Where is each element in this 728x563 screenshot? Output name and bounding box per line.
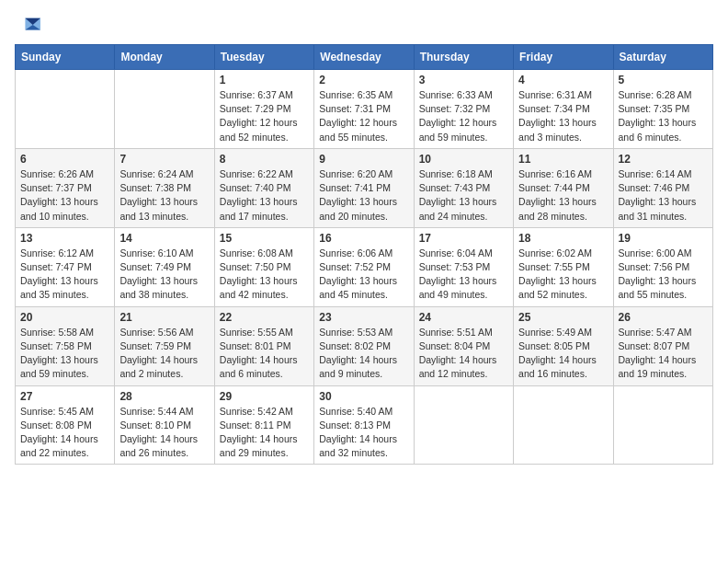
- day-number: 11: [518, 153, 608, 166]
- day-detail: Sunrise: 6:35 AMSunset: 7:31 PMDaylight:…: [319, 88, 408, 144]
- day-number: 9: [319, 153, 408, 166]
- day-detail: Sunrise: 6:20 AMSunset: 7:41 PMDaylight:…: [319, 167, 408, 224]
- day-number: 21: [119, 311, 209, 324]
- calendar-empty-cell: [514, 385, 613, 465]
- calendar-day-cell: 20Sunrise: 5:58 AMSunset: 7:58 PMDayligh…: [16, 306, 115, 385]
- day-number: 18: [518, 232, 608, 245]
- day-detail: Sunrise: 6:04 AMSunset: 7:53 PMDaylight:…: [419, 247, 508, 303]
- day-detail: Sunrise: 6:37 AMSunset: 7:29 PMDaylight:…: [220, 88, 309, 144]
- calendar-day-cell: 2Sunrise: 6:35 AMSunset: 7:31 PMDaylight…: [314, 70, 414, 149]
- calendar-day-cell: 8Sunrise: 6:22 AMSunset: 7:40 PMDaylight…: [214, 148, 313, 227]
- calendar-day-cell: 6Sunrise: 6:26 AMSunset: 7:37 PMDaylight…: [16, 148, 115, 227]
- day-detail: Sunrise: 5:42 AMSunset: 8:11 PMDaylight:…: [220, 405, 309, 461]
- calendar-empty-cell: [414, 385, 513, 465]
- day-detail: Sunrise: 5:56 AMSunset: 7:59 PMDaylight:…: [119, 326, 209, 382]
- calendar-week-row: 1Sunrise: 6:37 AMSunset: 7:29 PMDaylight…: [16, 70, 713, 149]
- day-number: 8: [220, 153, 309, 166]
- day-number: 26: [619, 311, 708, 324]
- column-header-sunday: Sunday: [16, 45, 115, 70]
- calendar-day-cell: 29Sunrise: 5:42 AMSunset: 8:11 PMDayligh…: [214, 385, 313, 465]
- day-detail: Sunrise: 6:22 AMSunset: 7:40 PMDaylight:…: [220, 167, 309, 224]
- day-detail: Sunrise: 6:10 AMSunset: 7:49 PMDaylight:…: [119, 247, 209, 303]
- calendar-day-cell: 5Sunrise: 6:28 AMSunset: 7:35 PMDaylight…: [613, 70, 712, 149]
- day-detail: Sunrise: 5:49 AMSunset: 8:05 PMDaylight:…: [518, 326, 608, 382]
- day-number: 28: [119, 390, 209, 403]
- calendar-day-cell: 24Sunrise: 5:51 AMSunset: 8:04 PMDayligh…: [414, 306, 513, 385]
- calendar-header-row: SundayMondayTuesdayWednesdayThursdayFrid…: [16, 45, 713, 70]
- day-number: 17: [419, 232, 508, 245]
- calendar-day-cell: 1Sunrise: 6:37 AMSunset: 7:29 PMDaylight…: [214, 70, 313, 149]
- day-detail: Sunrise: 6:08 AMSunset: 7:50 PMDaylight:…: [220, 247, 309, 303]
- column-header-thursday: Thursday: [414, 45, 513, 70]
- calendar-day-cell: 3Sunrise: 6:33 AMSunset: 7:32 PMDaylight…: [414, 70, 513, 149]
- calendar-day-cell: 11Sunrise: 6:16 AMSunset: 7:44 PMDayligh…: [514, 148, 613, 227]
- day-detail: Sunrise: 6:33 AMSunset: 7:32 PMDaylight:…: [419, 88, 508, 144]
- calendar-week-row: 20Sunrise: 5:58 AMSunset: 7:58 PMDayligh…: [16, 306, 713, 385]
- column-header-monday: Monday: [115, 45, 214, 70]
- day-detail: Sunrise: 6:14 AMSunset: 7:46 PMDaylight:…: [619, 167, 708, 224]
- day-detail: Sunrise: 6:12 AMSunset: 7:47 PMDaylight:…: [20, 247, 109, 303]
- day-number: 2: [319, 74, 408, 86]
- day-number: 3: [419, 74, 508, 86]
- day-number: 6: [20, 153, 109, 166]
- day-detail: Sunrise: 6:06 AMSunset: 7:52 PMDaylight:…: [319, 247, 408, 303]
- day-detail: Sunrise: 6:24 AMSunset: 7:38 PMDaylight:…: [119, 167, 209, 224]
- day-number: 15: [220, 232, 309, 245]
- day-detail: Sunrise: 5:47 AMSunset: 8:07 PMDaylight:…: [619, 326, 708, 382]
- calendar-day-cell: 28Sunrise: 5:44 AMSunset: 8:10 PMDayligh…: [115, 385, 214, 465]
- day-number: 19: [619, 232, 708, 245]
- day-number: 27: [20, 390, 109, 403]
- day-detail: Sunrise: 5:55 AMSunset: 8:01 PMDaylight:…: [220, 326, 309, 382]
- day-detail: Sunrise: 6:00 AMSunset: 7:56 PMDaylight:…: [619, 247, 708, 303]
- day-number: 4: [518, 74, 608, 86]
- day-detail: Sunrise: 5:58 AMSunset: 7:58 PMDaylight:…: [20, 326, 109, 382]
- calendar-day-cell: 22Sunrise: 5:55 AMSunset: 8:01 PMDayligh…: [214, 306, 313, 385]
- day-number: 7: [119, 153, 209, 166]
- day-detail: Sunrise: 5:51 AMSunset: 8:04 PMDaylight:…: [419, 326, 508, 382]
- day-number: 13: [20, 232, 109, 245]
- day-detail: Sunrise: 6:31 AMSunset: 7:34 PMDaylight:…: [518, 88, 608, 144]
- day-number: 5: [619, 74, 708, 86]
- day-detail: Sunrise: 5:53 AMSunset: 8:02 PMDaylight:…: [319, 326, 408, 382]
- column-header-wednesday: Wednesday: [314, 45, 414, 70]
- day-number: 1: [220, 74, 309, 86]
- day-number: 22: [220, 311, 309, 324]
- day-number: 30: [319, 390, 408, 403]
- day-detail: Sunrise: 6:18 AMSunset: 7:43 PMDaylight:…: [419, 167, 508, 224]
- calendar-day-cell: 12Sunrise: 6:14 AMSunset: 7:46 PMDayligh…: [613, 148, 712, 227]
- calendar-week-row: 13Sunrise: 6:12 AMSunset: 7:47 PMDayligh…: [16, 227, 713, 306]
- day-detail: Sunrise: 6:16 AMSunset: 7:44 PMDaylight:…: [518, 167, 608, 224]
- column-header-friday: Friday: [514, 45, 613, 70]
- day-number: 24: [419, 311, 508, 324]
- calendar-day-cell: 19Sunrise: 6:00 AMSunset: 7:56 PMDayligh…: [613, 227, 712, 306]
- logo-icon: [17, 15, 42, 35]
- calendar-day-cell: 23Sunrise: 5:53 AMSunset: 8:02 PMDayligh…: [314, 306, 414, 385]
- day-number: 25: [518, 311, 608, 324]
- calendar-day-cell: 4Sunrise: 6:31 AMSunset: 7:34 PMDaylight…: [514, 70, 613, 149]
- day-number: 29: [220, 390, 309, 403]
- day-number: 14: [119, 232, 209, 245]
- day-detail: Sunrise: 6:28 AMSunset: 7:35 PMDaylight:…: [619, 88, 708, 144]
- calendar-week-row: 6Sunrise: 6:26 AMSunset: 7:37 PMDaylight…: [16, 148, 713, 227]
- day-detail: Sunrise: 5:44 AMSunset: 8:10 PMDaylight:…: [119, 405, 209, 461]
- calendar-day-cell: 17Sunrise: 6:04 AMSunset: 7:53 PMDayligh…: [414, 227, 513, 306]
- logo: [15, 15, 42, 35]
- calendar-day-cell: 13Sunrise: 6:12 AMSunset: 7:47 PMDayligh…: [16, 227, 115, 306]
- day-detail: Sunrise: 5:40 AMSunset: 8:13 PMDaylight:…: [319, 405, 408, 461]
- calendar-day-cell: 30Sunrise: 5:40 AMSunset: 8:13 PMDayligh…: [314, 385, 414, 465]
- calendar-day-cell: 10Sunrise: 6:18 AMSunset: 7:43 PMDayligh…: [414, 148, 513, 227]
- calendar-day-cell: 7Sunrise: 6:24 AMSunset: 7:38 PMDaylight…: [115, 148, 214, 227]
- day-detail: Sunrise: 6:26 AMSunset: 7:37 PMDaylight:…: [20, 167, 109, 224]
- calendar-week-row: 27Sunrise: 5:45 AMSunset: 8:08 PMDayligh…: [16, 385, 713, 465]
- calendar-day-cell: 15Sunrise: 6:08 AMSunset: 7:50 PMDayligh…: [214, 227, 313, 306]
- calendar-day-cell: 16Sunrise: 6:06 AMSunset: 7:52 PMDayligh…: [314, 227, 414, 306]
- calendar-empty-cell: [613, 385, 712, 465]
- page-header: [15, 15, 713, 35]
- day-detail: Sunrise: 5:45 AMSunset: 8:08 PMDaylight:…: [20, 405, 109, 461]
- calendar-day-cell: 25Sunrise: 5:49 AMSunset: 8:05 PMDayligh…: [514, 306, 613, 385]
- calendar-day-cell: 9Sunrise: 6:20 AMSunset: 7:41 PMDaylight…: [314, 148, 414, 227]
- day-number: 20: [20, 311, 109, 324]
- day-number: 12: [619, 153, 708, 166]
- day-number: 10: [419, 153, 508, 166]
- day-detail: Sunrise: 6:02 AMSunset: 7:55 PMDaylight:…: [518, 247, 608, 303]
